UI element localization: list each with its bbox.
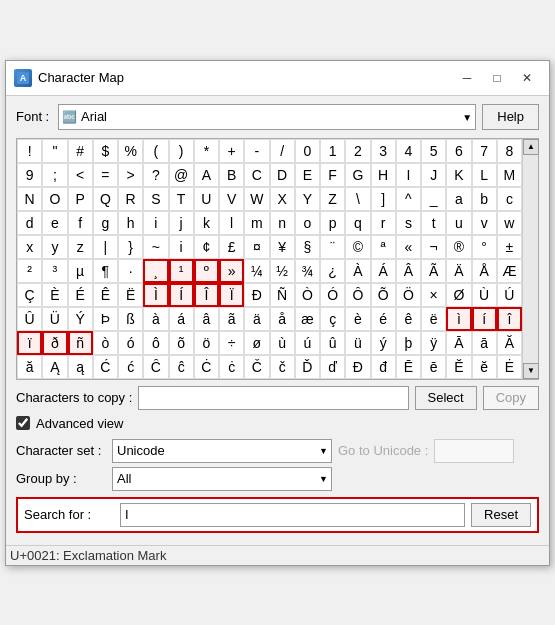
char-cell[interactable]: _	[421, 187, 446, 211]
char-cell[interactable]: Ó	[320, 283, 345, 307]
char-cell[interactable]: Æ	[497, 259, 522, 283]
char-cell[interactable]: I	[396, 163, 421, 187]
char-cell[interactable]: ¤	[244, 235, 269, 259]
char-cell[interactable]: *	[194, 139, 219, 163]
char-cell[interactable]: Č	[244, 355, 269, 379]
scrollbar[interactable]: ▲ ▼	[522, 139, 538, 379]
char-cell[interactable]: @	[169, 163, 194, 187]
char-cell[interactable]: ²	[17, 259, 42, 283]
char-cell[interactable]: 5	[421, 139, 446, 163]
char-cell[interactable]: º	[194, 259, 219, 283]
char-cell[interactable]: ½	[270, 259, 295, 283]
char-cell[interactable]: ®	[446, 235, 471, 259]
char-cell[interactable]: Y	[295, 187, 320, 211]
char-cell[interactable]: â	[194, 307, 219, 331]
char-cell[interactable]: Ē	[396, 355, 421, 379]
char-cell[interactable]: #	[68, 139, 93, 163]
char-cell[interactable]: e	[42, 211, 67, 235]
char-cell[interactable]: ĕ	[472, 355, 497, 379]
char-cell[interactable]: é	[371, 307, 396, 331]
char-cell[interactable]: G	[345, 163, 370, 187]
char-cell[interactable]: Õ	[371, 283, 396, 307]
char-cell[interactable]: ¢	[194, 235, 219, 259]
char-cell[interactable]: î	[497, 307, 522, 331]
char-cell[interactable]: ó	[118, 331, 143, 355]
char-cell[interactable]: Ê	[93, 283, 118, 307]
char-cell[interactable]: ö	[194, 331, 219, 355]
char-cell[interactable]: J	[421, 163, 446, 187]
char-cell[interactable]: O	[42, 187, 67, 211]
copy-input[interactable]	[138, 386, 408, 410]
char-cell[interactable]: ]	[371, 187, 396, 211]
char-cell[interactable]: ô	[143, 331, 168, 355]
char-cell[interactable]: ×	[421, 283, 446, 307]
char-cell[interactable]: ç	[320, 307, 345, 331]
char-cell[interactable]: <	[68, 163, 93, 187]
search-input[interactable]	[120, 503, 465, 527]
char-cell[interactable]: æ	[295, 307, 320, 331]
char-cell[interactable]: s	[396, 211, 421, 235]
char-cell[interactable]: i	[143, 211, 168, 235]
char-cell[interactable]: !	[17, 139, 42, 163]
char-cell[interactable]: >	[118, 163, 143, 187]
char-cell[interactable]: Â	[396, 259, 421, 283]
char-cell[interactable]: Ö	[396, 283, 421, 307]
char-cell[interactable]: Ĉ	[143, 355, 168, 379]
char-cell[interactable]: A	[194, 163, 219, 187]
scroll-up-button[interactable]: ▲	[523, 139, 539, 155]
char-cell[interactable]: Ĕ	[446, 355, 471, 379]
char-cell[interactable]: Ā	[446, 331, 471, 355]
char-cell[interactable]: ê	[396, 307, 421, 331]
char-cell[interactable]: z	[68, 235, 93, 259]
reset-button[interactable]: Reset	[471, 503, 531, 527]
char-cell[interactable]: ù	[270, 331, 295, 355]
char-cell[interactable]: Á	[371, 259, 396, 283]
char-cell[interactable]: S	[143, 187, 168, 211]
char-cell[interactable]: ;	[42, 163, 67, 187]
char-cell[interactable]: T	[169, 187, 194, 211]
advanced-view-checkbox[interactable]	[16, 416, 30, 430]
char-cell[interactable]: V	[219, 187, 244, 211]
char-cell[interactable]: E	[295, 163, 320, 187]
char-cell[interactable]: §	[295, 235, 320, 259]
char-cell[interactable]: ¥	[270, 235, 295, 259]
char-cell[interactable]: b	[472, 187, 497, 211]
char-cell[interactable]: ē	[421, 355, 446, 379]
char-cell[interactable]: Ã	[421, 259, 446, 283]
char-cell[interactable]: Û	[17, 307, 42, 331]
char-cell[interactable]: Ò	[295, 283, 320, 307]
char-cell[interactable]: 2	[345, 139, 370, 163]
char-cell[interactable]: Ú	[497, 283, 522, 307]
char-cell[interactable]: Z	[320, 187, 345, 211]
char-cell[interactable]: j	[169, 211, 194, 235]
char-cell[interactable]: ¾	[295, 259, 320, 283]
char-cell[interactable]: ³	[42, 259, 67, 283]
char-cell[interactable]: $	[93, 139, 118, 163]
font-select[interactable]: Arial	[58, 104, 476, 130]
char-cell[interactable]: q	[345, 211, 370, 235]
char-cell[interactable]: õ	[169, 331, 194, 355]
char-cell[interactable]: 0	[295, 139, 320, 163]
char-cell[interactable]: %	[118, 139, 143, 163]
char-cell[interactable]: N	[17, 187, 42, 211]
char-cell[interactable]: Ñ	[270, 283, 295, 307]
char-cell[interactable]: y	[42, 235, 67, 259]
char-cell[interactable]: +	[219, 139, 244, 163]
char-cell[interactable]: ď	[320, 355, 345, 379]
char-cell[interactable]: Ą	[42, 355, 67, 379]
char-cell[interactable]: ¿	[320, 259, 345, 283]
char-cell[interactable]: ¹	[169, 259, 194, 283]
char-cell[interactable]: ċ	[219, 355, 244, 379]
char-cell[interactable]: «	[396, 235, 421, 259]
char-cell[interactable]: |	[93, 235, 118, 259]
char-cell[interactable]: è	[345, 307, 370, 331]
char-cell[interactable]: w	[497, 211, 522, 235]
char-cell[interactable]: c	[497, 187, 522, 211]
char-cell[interactable]: n	[270, 211, 295, 235]
char-cell[interactable]: ā	[472, 331, 497, 355]
char-cell[interactable]: ª	[371, 235, 396, 259]
char-cell[interactable]: ã	[219, 307, 244, 331]
char-cell[interactable]: Ė	[497, 355, 522, 379]
char-cell[interactable]: č	[270, 355, 295, 379]
char-cell[interactable]: F	[320, 163, 345, 187]
